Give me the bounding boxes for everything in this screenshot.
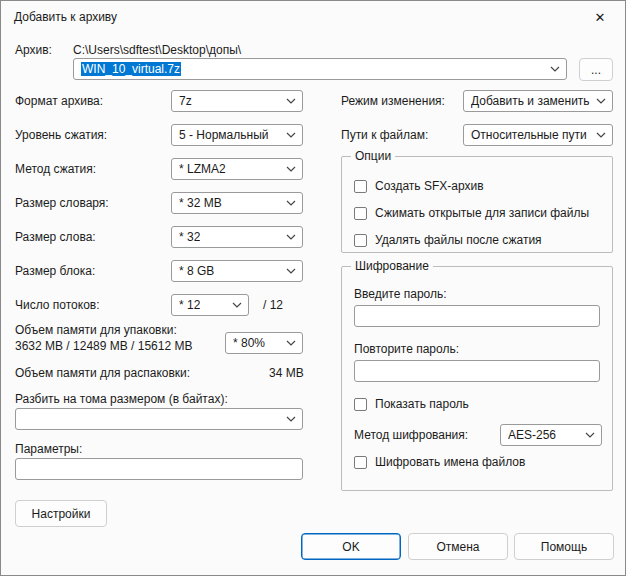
chevron-down-icon	[596, 132, 606, 138]
memory-usage-value: * 80%	[233, 336, 265, 350]
settings-button-label: Настройки	[32, 507, 91, 521]
dictionary-size-select[interactable]: * 32 MB	[171, 192, 303, 214]
archive-format-select[interactable]: 7z	[171, 90, 303, 112]
chevron-down-icon	[232, 302, 242, 308]
compress-shared-files-checkbox[interactable]: Сжимать открытые для записи файлы	[354, 206, 589, 220]
chevron-down-icon	[286, 416, 296, 422]
archive-format-value: 7z	[179, 94, 192, 108]
archive-path: C:\Users\sdftest\Desktop\допы\	[73, 43, 241, 57]
enter-password-label: Введите пароль:	[354, 287, 447, 301]
delete-after-compression-label: Удалять файлы после сжатия	[375, 233, 542, 247]
parameters-label: Параметры:	[15, 442, 82, 456]
archive-name-combobox[interactable]: WIN_10_virtual.7z	[73, 58, 567, 80]
memory-usage-select[interactable]: * 80%	[225, 332, 303, 354]
chevron-down-icon	[286, 234, 296, 240]
close-icon: ✕	[595, 10, 606, 25]
cancel-button-label: Отмена	[436, 540, 479, 554]
repeat-password-input[interactable]	[354, 360, 600, 382]
format-label: Формат архива:	[15, 94, 103, 108]
archive-label: Архив:	[15, 43, 52, 57]
checkbox-box	[354, 207, 367, 220]
compression-method-value: * LZMA2	[179, 162, 226, 176]
help-button-label: Помощь	[541, 540, 587, 554]
block-size-select[interactable]: * 8 GB	[171, 260, 303, 282]
encryption-group: Шифрование Введите пароль: Повторите пар…	[341, 266, 613, 491]
window-title: Добавить к архиву	[14, 10, 117, 24]
word-size-label: Размер слова:	[15, 230, 96, 244]
create-sfx-checkbox[interactable]: Создать SFX-архив	[354, 179, 484, 193]
close-button[interactable]: ✕	[581, 5, 619, 30]
password-input[interactable]	[354, 305, 600, 327]
checkbox-box	[354, 398, 367, 411]
word-size-select[interactable]: * 32	[171, 226, 303, 248]
parameters-input[interactable]	[15, 458, 303, 480]
chevron-down-icon	[286, 268, 296, 274]
encryption-method-label: Метод шифрования:	[354, 428, 468, 442]
cpu-threads-value: * 12	[179, 298, 200, 312]
checkbox-box	[354, 180, 367, 193]
chevron-down-icon	[286, 200, 296, 206]
chevron-down-icon	[550, 66, 560, 72]
encrypt-file-names-label: Шифровать имена файлов	[375, 455, 525, 469]
settings-button[interactable]: Настройки	[15, 500, 107, 527]
browse-button[interactable]: ...	[579, 58, 613, 81]
archive-name-selected-text: WIN_10_virtual.7z	[81, 62, 181, 76]
path-mode-select[interactable]: Относительные пути	[463, 124, 613, 146]
browse-button-label: ...	[591, 63, 601, 77]
chevron-down-icon	[286, 166, 296, 172]
options-group-title: Опции	[351, 149, 395, 163]
cpu-threads-max: / 12	[263, 298, 283, 312]
chevron-down-icon	[596, 98, 606, 104]
path-mode-label: Пути к файлам:	[341, 128, 428, 142]
create-sfx-label: Создать SFX-архив	[375, 179, 484, 193]
chevron-down-icon	[286, 132, 296, 138]
update-mode-select[interactable]: Добавить и заменить	[463, 90, 613, 112]
show-password-checkbox[interactable]: Показать пароль	[354, 397, 469, 411]
memory-pack-label: Объем памяти для упаковки:	[15, 323, 177, 337]
encryption-method-select[interactable]: AES-256	[500, 424, 602, 446]
path-mode-value: Относительные пути	[471, 128, 587, 142]
dictionary-size-label: Размер словаря:	[15, 196, 109, 210]
options-group: Опции Создать SFX-архив Сжимать открытые…	[341, 156, 613, 253]
volumes-label: Разбить на тома размером (в байтах):	[15, 392, 228, 406]
checkbox-box	[354, 234, 367, 247]
compression-level-label: Уровень сжатия:	[15, 128, 107, 142]
ok-button-label: OK	[342, 540, 359, 554]
encryption-method-value: AES-256	[508, 428, 556, 442]
compress-shared-files-label: Сжимать открытые для записи файлы	[375, 206, 589, 220]
update-mode-label: Режим изменения:	[341, 94, 445, 108]
memory-unpack-value: 34 MB	[269, 366, 304, 380]
encrypt-file-names-checkbox[interactable]: Шифровать имена файлов	[354, 455, 525, 469]
encryption-group-title: Шифрование	[351, 259, 433, 273]
title-bar: Добавить к архиву ✕	[1, 1, 625, 33]
compression-method-label: Метод сжатия:	[15, 162, 96, 176]
update-mode-value: Добавить и заменить	[471, 94, 590, 108]
compression-method-select[interactable]: * LZMA2	[171, 158, 303, 180]
dictionary-size-value: * 32 MB	[179, 196, 222, 210]
show-password-label: Показать пароль	[375, 397, 469, 411]
cancel-button[interactable]: Отмена	[408, 533, 508, 560]
checkbox-box	[354, 456, 367, 469]
compression-level-value: 5 - Нормальный	[179, 128, 268, 142]
repeat-password-label: Повторите пароль:	[354, 342, 459, 356]
add-to-archive-dialog: Добавить к архиву ✕ Архив: C:\Users\sdft…	[0, 0, 626, 576]
memory-pack-detail: 3632 MB / 12489 MB / 15612 MB	[15, 339, 192, 353]
chevron-down-icon	[585, 432, 595, 438]
delete-after-compression-checkbox[interactable]: Удалять файлы после сжатия	[354, 233, 542, 247]
block-size-label: Размер блока:	[15, 264, 95, 278]
word-size-value: * 32	[179, 230, 200, 244]
cpu-threads-label: Число потоков:	[15, 298, 100, 312]
block-size-value: * 8 GB	[179, 264, 214, 278]
ok-button[interactable]: OK	[301, 533, 401, 560]
chevron-down-icon	[286, 340, 296, 346]
volumes-combobox[interactable]	[15, 408, 303, 430]
cpu-threads-select[interactable]: * 12	[171, 294, 249, 316]
help-button[interactable]: Помощь	[514, 533, 614, 560]
chevron-down-icon	[286, 98, 296, 104]
compression-level-select[interactable]: 5 - Нормальный	[171, 124, 303, 146]
memory-unpack-label: Объем памяти для распаковки:	[15, 366, 190, 380]
